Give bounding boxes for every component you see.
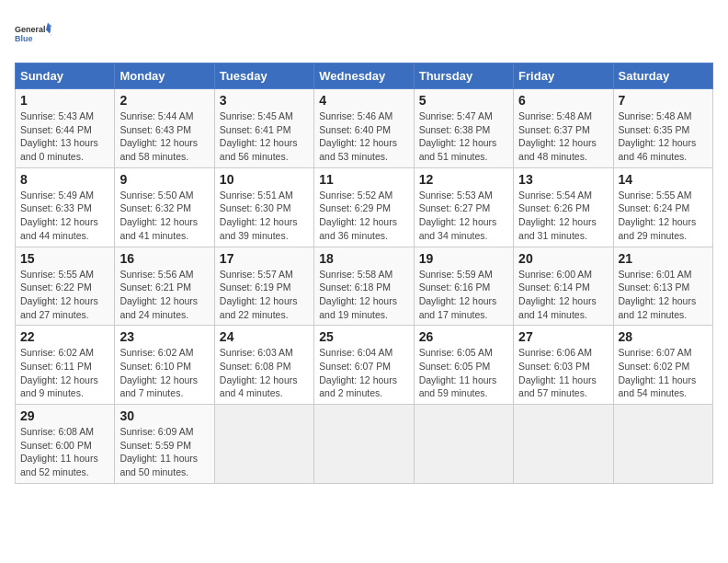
calendar-week-4: 22Sunrise: 6:02 AM Sunset: 6:11 PM Dayli… [16,326,713,405]
day-number: 27 [518,329,608,344]
day-number: 12 [419,172,508,187]
day-info: Sunrise: 5:49 AM Sunset: 6:33 PM Dayligh… [20,189,109,243]
day-info: Sunrise: 5:43 AM Sunset: 6:44 PM Dayligh… [20,109,109,164]
day-info: Sunrise: 6:02 AM Sunset: 6:10 PM Dayligh… [119,346,209,400]
logo-svg: General Blue [15,15,51,52]
day-number: 29 [20,408,109,423]
day-number: 3 [220,93,309,108]
svg-text:Blue: Blue [15,34,33,43]
svg-text:General: General [15,25,46,34]
day-info: Sunrise: 6:02 AM Sunset: 6:11 PM Dayligh… [20,346,109,400]
day-number: 10 [220,172,309,187]
day-number: 30 [119,408,209,423]
day-cell-7: 7Sunrise: 5:48 AM Sunset: 6:35 PM Daylig… [613,89,712,168]
empty-cell [514,405,613,484]
day-info: Sunrise: 6:00 AM Sunset: 6:14 PM Dayligh… [518,268,608,322]
calendar-week-1: 1Sunrise: 5:43 AM Sunset: 6:44 PM Daylig… [16,89,713,168]
day-number: 26 [419,329,508,344]
day-info: Sunrise: 5:44 AM Sunset: 6:43 PM Dayligh… [119,109,209,164]
day-cell-26: 26Sunrise: 6:05 AM Sunset: 6:05 PM Dayli… [414,326,513,405]
logo: General Blue [15,15,51,52]
day-info: Sunrise: 5:57 AM Sunset: 6:19 PM Dayligh… [220,268,309,322]
day-info: Sunrise: 5:58 AM Sunset: 6:18 PM Dayligh… [319,268,408,322]
day-cell-2: 2Sunrise: 5:44 AM Sunset: 6:43 PM Daylig… [115,89,214,168]
day-cell-21: 21Sunrise: 6:01 AM Sunset: 6:13 PM Dayli… [613,247,712,326]
day-info: Sunrise: 6:07 AM Sunset: 6:02 PM Dayligh… [619,346,708,400]
header: General Blue [15,15,713,52]
day-info: Sunrise: 5:55 AM Sunset: 6:22 PM Dayligh… [20,268,109,322]
day-cell-24: 24Sunrise: 6:03 AM Sunset: 6:08 PM Dayli… [214,326,313,405]
calendar-week-2: 8Sunrise: 5:49 AM Sunset: 6:33 PM Daylig… [16,167,713,247]
day-number: 25 [319,329,408,344]
day-cell-19: 19Sunrise: 5:59 AM Sunset: 6:16 PM Dayli… [414,247,513,326]
day-number: 13 [518,172,608,187]
day-cell-1: 1Sunrise: 5:43 AM Sunset: 6:44 PM Daylig… [16,89,115,168]
day-number: 19 [419,251,508,266]
col-header-wednesday: Wednesday [314,63,414,89]
day-number: 6 [518,93,608,108]
day-info: Sunrise: 5:56 AM Sunset: 6:21 PM Dayligh… [119,268,209,322]
day-cell-14: 14Sunrise: 5:55 AM Sunset: 6:24 PM Dayli… [613,167,712,247]
day-number: 8 [20,172,109,187]
col-header-friday: Friday [514,63,613,89]
day-cell-17: 17Sunrise: 5:57 AM Sunset: 6:19 PM Dayli… [214,247,313,326]
day-info: Sunrise: 6:06 AM Sunset: 6:03 PM Dayligh… [518,346,608,400]
day-cell-12: 12Sunrise: 5:53 AM Sunset: 6:27 PM Dayli… [414,167,513,247]
day-number: 22 [20,329,109,344]
day-cell-30: 30Sunrise: 6:09 AM Sunset: 5:59 PM Dayli… [115,405,214,484]
day-cell-6: 6Sunrise: 5:48 AM Sunset: 6:37 PM Daylig… [514,89,613,168]
day-cell-29: 29Sunrise: 6:08 AM Sunset: 6:00 PM Dayli… [16,405,115,484]
day-cell-9: 9Sunrise: 5:50 AM Sunset: 6:32 PM Daylig… [115,167,214,247]
day-cell-27: 27Sunrise: 6:06 AM Sunset: 6:03 PM Dayli… [514,326,613,405]
day-info: Sunrise: 6:08 AM Sunset: 6:00 PM Dayligh… [20,425,109,479]
empty-cell [214,405,313,484]
day-info: Sunrise: 5:45 AM Sunset: 6:41 PM Dayligh… [220,109,309,164]
col-header-tuesday: Tuesday [214,63,313,89]
day-info: Sunrise: 6:04 AM Sunset: 6:07 PM Dayligh… [319,346,408,400]
day-info: Sunrise: 6:03 AM Sunset: 6:08 PM Dayligh… [220,346,309,400]
day-cell-5: 5Sunrise: 5:47 AM Sunset: 6:38 PM Daylig… [414,89,513,168]
day-cell-22: 22Sunrise: 6:02 AM Sunset: 6:11 PM Dayli… [16,326,115,405]
col-header-monday: Monday [115,63,214,89]
day-info: Sunrise: 5:52 AM Sunset: 6:29 PM Dayligh… [319,189,408,243]
day-number: 17 [220,251,309,266]
day-number: 1 [20,93,109,108]
calendar-week-3: 15Sunrise: 5:55 AM Sunset: 6:22 PM Dayli… [16,247,713,326]
day-number: 21 [619,251,708,266]
col-header-saturday: Saturday [613,63,712,89]
day-info: Sunrise: 5:48 AM Sunset: 6:37 PM Dayligh… [518,109,608,164]
day-cell-15: 15Sunrise: 5:55 AM Sunset: 6:22 PM Dayli… [16,247,115,326]
day-cell-16: 16Sunrise: 5:56 AM Sunset: 6:21 PM Dayli… [115,247,214,326]
col-header-thursday: Thursday [414,63,513,89]
day-cell-23: 23Sunrise: 6:02 AM Sunset: 6:10 PM Dayli… [115,326,214,405]
calendar-table: SundayMondayTuesdayWednesdayThursdayFrid… [15,63,713,484]
day-info: Sunrise: 5:50 AM Sunset: 6:32 PM Dayligh… [119,189,209,243]
day-number: 9 [119,172,209,187]
empty-cell [613,405,712,484]
day-number: 28 [619,329,708,344]
day-cell-20: 20Sunrise: 6:00 AM Sunset: 6:14 PM Dayli… [514,247,613,326]
day-number: 16 [119,251,209,266]
day-number: 5 [419,93,508,108]
day-cell-28: 28Sunrise: 6:07 AM Sunset: 6:02 PM Dayli… [613,326,712,405]
empty-cell [414,405,513,484]
day-info: Sunrise: 5:46 AM Sunset: 6:40 PM Dayligh… [319,109,408,164]
header-row: SundayMondayTuesdayWednesdayThursdayFrid… [16,63,713,89]
day-cell-8: 8Sunrise: 5:49 AM Sunset: 6:33 PM Daylig… [16,167,115,247]
day-info: Sunrise: 5:53 AM Sunset: 6:27 PM Dayligh… [419,189,508,243]
day-cell-13: 13Sunrise: 5:54 AM Sunset: 6:26 PM Dayli… [514,167,613,247]
day-info: Sunrise: 6:01 AM Sunset: 6:13 PM Dayligh… [619,268,708,322]
day-cell-25: 25Sunrise: 6:04 AM Sunset: 6:07 PM Dayli… [314,326,414,405]
day-number: 7 [619,93,708,108]
day-info: Sunrise: 5:51 AM Sunset: 6:30 PM Dayligh… [220,189,309,243]
day-info: Sunrise: 6:05 AM Sunset: 6:05 PM Dayligh… [419,346,508,400]
day-cell-4: 4Sunrise: 5:46 AM Sunset: 6:40 PM Daylig… [314,89,414,168]
day-info: Sunrise: 5:47 AM Sunset: 6:38 PM Dayligh… [419,109,508,164]
day-number: 15 [20,251,109,266]
day-info: Sunrise: 6:09 AM Sunset: 5:59 PM Dayligh… [119,425,209,479]
day-number: 4 [319,93,408,108]
day-number: 14 [619,172,708,187]
col-header-sunday: Sunday [16,63,115,89]
day-number: 23 [119,329,209,344]
day-number: 11 [319,172,408,187]
